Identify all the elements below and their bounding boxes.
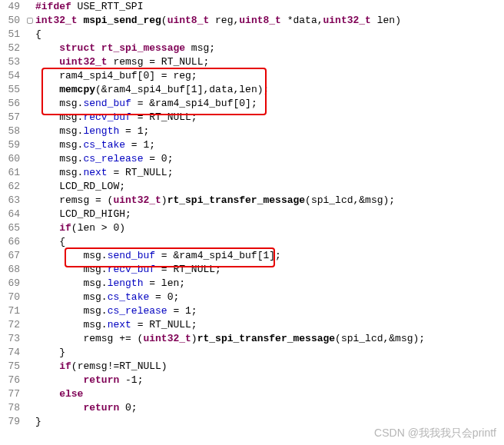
code-editor[interactable]: 49#ifdef USE_RTT_SPI50▢int32_t mspi_send… (0, 0, 504, 429)
code-line[interactable]: 62 LCD_RD_LOW; (0, 180, 504, 194)
code-line[interactable]: 65 if(len > 0) (0, 221, 504, 235)
fold-indicator (25, 69, 35, 83)
code-line[interactable]: 53 uint32_t remsg = RT_NULL; (0, 55, 504, 69)
code-content[interactable]: msg.length = 1; (35, 125, 504, 138)
line-number: 53 (0, 55, 25, 69)
code-content[interactable]: { (35, 235, 504, 249)
code-content[interactable]: msg.send_buf = &ram4_spi4_buf[0]; (35, 97, 504, 111)
code-content[interactable]: #ifdef USE_RTT_SPI (35, 0, 504, 14)
code-content[interactable]: remsg += (uint32_t)rt_spi_transfer_messa… (35, 332, 504, 346)
line-number: 73 (0, 332, 25, 346)
fold-indicator (25, 152, 35, 166)
fold-indicator (25, 235, 35, 249)
fold-indicator (25, 401, 35, 415)
fold-indicator[interactable]: ▢ (25, 14, 35, 28)
fold-indicator (25, 277, 35, 291)
code-line[interactable]: 70 msg.cs_take = 0; (0, 291, 504, 304)
code-line[interactable]: 74 } (0, 346, 504, 360)
code-line[interactable]: 68 msg.recv_buf = RT_NULL; (0, 263, 504, 277)
line-number: 68 (0, 263, 25, 277)
fold-indicator (25, 208, 35, 221)
code-content[interactable]: msg.recv_buf = RT_NULL; (35, 111, 504, 125)
fold-indicator (25, 83, 35, 97)
code-line[interactable]: 69 msg.length = len; (0, 277, 504, 291)
code-content[interactable]: if(len > 0) (35, 221, 504, 235)
fold-indicator (25, 0, 35, 14)
code-line[interactable]: 71 msg.cs_release = 1; (0, 304, 504, 318)
fold-indicator (25, 194, 35, 208)
code-line[interactable]: 76 return -1; (0, 374, 504, 387)
code-content[interactable]: msg.next = RT_NULL; (35, 166, 504, 180)
fold-indicator (25, 415, 35, 429)
code-line[interactable]: 50▢int32_t mspi_send_reg(uint8_t reg,uin… (0, 14, 504, 28)
code-content[interactable]: remsg = (uint32_t)rt_spi_transfer_messag… (35, 194, 504, 208)
code-content[interactable]: msg.cs_release = 0; (35, 152, 504, 166)
line-number: 57 (0, 111, 25, 125)
line-number: 52 (0, 42, 25, 55)
code-line[interactable]: 49#ifdef USE_RTT_SPI (0, 0, 504, 14)
code-content[interactable]: struct rt_spi_message msg; (35, 42, 504, 55)
code-line[interactable]: 64 LCD_RD_HIGH; (0, 208, 504, 221)
line-number: 77 (0, 387, 25, 401)
fold-indicator (25, 360, 35, 374)
code-content[interactable]: LCD_RD_LOW; (35, 180, 504, 194)
code-content[interactable]: msg.cs_release = 1; (35, 304, 504, 318)
line-number: 66 (0, 235, 25, 249)
code-content[interactable]: msg.length = len; (35, 277, 504, 291)
code-line[interactable]: 66 { (0, 235, 504, 249)
line-number: 54 (0, 69, 25, 83)
line-number: 75 (0, 360, 25, 374)
fold-indicator (25, 332, 35, 346)
fold-indicator (25, 166, 35, 180)
fold-indicator (25, 304, 35, 318)
code-line[interactable]: 60 msg.cs_release = 0; (0, 152, 504, 166)
code-line[interactable]: 55 memcpy(&ram4_spi4_buf[1],data,len); (0, 83, 504, 97)
code-content[interactable]: ram4_spi4_buf[0] = reg; (35, 69, 504, 83)
code-line[interactable]: 72 msg.next = RT_NULL; (0, 318, 504, 332)
code-content[interactable]: if(remsg!=RT_NULL) (35, 360, 504, 374)
code-content[interactable]: else (35, 387, 504, 401)
code-line[interactable]: 63 remsg = (uint32_t)rt_spi_transfer_mes… (0, 194, 504, 208)
line-number: 62 (0, 180, 25, 194)
line-number: 71 (0, 304, 25, 318)
code-content[interactable]: } (35, 415, 504, 429)
line-number: 63 (0, 194, 25, 208)
code-line[interactable]: 57 msg.recv_buf = RT_NULL; (0, 111, 504, 125)
code-line[interactable]: 56 msg.send_buf = &ram4_spi4_buf[0]; (0, 97, 504, 111)
code-content[interactable]: msg.cs_take = 0; (35, 291, 504, 304)
code-line[interactable]: 73 remsg += (uint32_t)rt_spi_transfer_me… (0, 332, 504, 346)
code-content[interactable]: } (35, 346, 504, 360)
code-content[interactable]: return 0; (35, 401, 504, 415)
line-number: 70 (0, 291, 25, 304)
code-content[interactable]: msg.cs_take = 1; (35, 138, 504, 152)
code-line[interactable]: 52 struct rt_spi_message msg; (0, 42, 504, 55)
code-line[interactable]: 75 if(remsg!=RT_NULL) (0, 360, 504, 374)
line-number: 60 (0, 152, 25, 166)
code-content[interactable]: msg.send_buf = &ram4_spi4_buf[1]; (35, 249, 504, 263)
code-line[interactable]: 79} (0, 415, 504, 429)
code-content[interactable]: memcpy(&ram4_spi4_buf[1],data,len); (35, 83, 504, 97)
code-line[interactable]: 78 return 0; (0, 401, 504, 415)
line-number: 64 (0, 208, 25, 221)
code-line[interactable]: 58 msg.length = 1; (0, 125, 504, 138)
fold-indicator (25, 318, 35, 332)
code-line[interactable]: 67 msg.send_buf = &ram4_spi4_buf[1]; (0, 249, 504, 263)
code-line[interactable]: 51{ (0, 28, 504, 42)
code-line[interactable]: 54 ram4_spi4_buf[0] = reg; (0, 69, 504, 83)
fold-indicator (25, 291, 35, 304)
code-line[interactable]: 59 msg.cs_take = 1; (0, 138, 504, 152)
code-line[interactable]: 77 else (0, 387, 504, 401)
code-content[interactable]: uint32_t remsg = RT_NULL; (35, 55, 504, 69)
code-content[interactable]: int32_t mspi_send_reg(uint8_t reg,uint8_… (35, 14, 504, 28)
code-content[interactable]: LCD_RD_HIGH; (35, 208, 504, 221)
code-content[interactable]: { (35, 28, 504, 42)
fold-indicator (25, 263, 35, 277)
line-number: 55 (0, 83, 25, 97)
code-line[interactable]: 61 msg.next = RT_NULL; (0, 166, 504, 180)
line-number: 74 (0, 346, 25, 360)
line-number: 67 (0, 249, 25, 263)
code-content[interactable]: msg.next = RT_NULL; (35, 318, 504, 332)
code-content[interactable]: return -1; (35, 374, 504, 387)
fold-indicator (25, 221, 35, 235)
code-content[interactable]: msg.recv_buf = RT_NULL; (35, 263, 504, 277)
